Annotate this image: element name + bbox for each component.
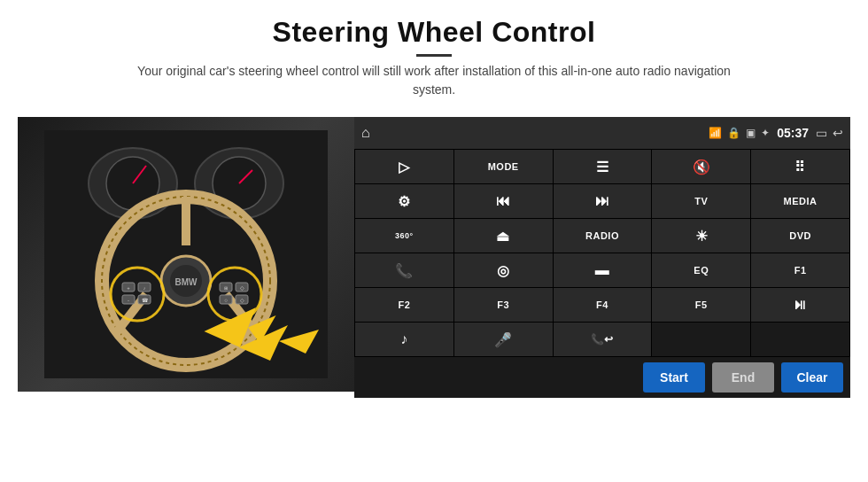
title-section: Steering Wheel Control Your original car… xyxy=(124,16,744,112)
grid-btn-mic[interactable]: 🎤 xyxy=(454,323,553,356)
page-title: Steering Wheel Control xyxy=(124,16,744,49)
grid-btn-dash[interactable]: ▬ xyxy=(554,253,652,287)
grid-btn-call[interactable]: 📞↩ xyxy=(554,323,652,356)
grid-btn-radio[interactable]: RADIO xyxy=(554,219,652,253)
grid-btn-nav[interactable]: ◎ xyxy=(454,253,553,287)
grid-btn-brightness[interactable]: ☀ xyxy=(652,219,750,253)
grid-btn-settings[interactable]: ⚙ xyxy=(355,184,453,218)
grid-btn-navigate[interactable]: ▷ xyxy=(355,150,453,183)
end-button[interactable]: End xyxy=(712,362,774,393)
title-divider xyxy=(416,54,452,57)
status-icons: 📶 🔒 ▣ ✦ xyxy=(709,127,770,139)
grid-btn-prev[interactable]: ⏮ xyxy=(454,184,553,218)
svg-text:BMW: BMW xyxy=(175,277,198,287)
grid-btn-eject[interactable]: ⏏ xyxy=(454,219,553,253)
svg-text:○: ○ xyxy=(224,298,228,303)
bluetooth-icon: ✦ xyxy=(761,127,770,139)
grid-btn-f2[interactable]: F2 xyxy=(355,288,453,322)
svg-text:+: + xyxy=(127,285,130,291)
steering-wheel-svg: BMW + ♪ - ☎ xyxy=(44,130,328,378)
svg-text:-: - xyxy=(128,298,129,303)
grid-btn-empty2 xyxy=(751,323,849,356)
head-unit-panel: ⌂ 📶 🔒 ▣ ✦ 05:37 ▭ ↩ ▷ MODE ☰ xyxy=(354,117,850,398)
svg-text:☎: ☎ xyxy=(142,298,149,303)
button-grid: ▷ MODE ☰ 🔇 ⠿ ⚙ ⏮ ⏭ TV MEDIA 360° ⏏ RADIO… xyxy=(354,149,850,357)
home-icon[interactable]: ⌂ xyxy=(361,125,370,141)
grid-btn-tv[interactable]: TV xyxy=(652,184,750,218)
grid-btn-f3[interactable]: F3 xyxy=(454,288,553,322)
grid-btn-empty1 xyxy=(652,323,750,356)
grid-btn-apps[interactable]: ⠿ xyxy=(751,150,849,183)
clear-button[interactable]: Clear xyxy=(781,362,843,393)
grid-btn-360[interactable]: 360° xyxy=(355,219,453,253)
content-area: BMW + ♪ - ☎ xyxy=(18,117,850,398)
sim-icon: ▣ xyxy=(746,127,756,139)
status-bar: ⌂ 📶 🔒 ▣ ✦ 05:37 ▭ ↩ xyxy=(354,117,850,149)
wifi-icon: 📶 xyxy=(709,127,722,139)
grid-btn-f5[interactable]: F5 xyxy=(652,288,750,322)
grid-btn-eq[interactable]: EQ xyxy=(652,253,750,287)
lock-icon: 🔒 xyxy=(727,127,740,139)
start-button[interactable]: Start xyxy=(643,362,705,393)
back-icon[interactable]: ↩ xyxy=(833,126,843,140)
grid-btn-mode[interactable]: MODE xyxy=(454,150,553,183)
grid-btn-next[interactable]: ⏭ xyxy=(554,184,652,218)
bottom-bar: Start End Clear xyxy=(354,357,850,398)
grid-btn-phone[interactable]: 📞 xyxy=(355,253,453,287)
page-container: Steering Wheel Control Your original car… xyxy=(0,0,868,482)
subtitle: Your original car's steering wheel contr… xyxy=(124,62,744,99)
grid-btn-play-pause[interactable]: ⏯ xyxy=(751,288,849,322)
grid-btn-music[interactable]: ♪ xyxy=(355,323,453,356)
status-right-icons: ▭ ↩ xyxy=(816,126,843,140)
screen-icon: ▭ xyxy=(816,126,827,140)
svg-text:◇: ◇ xyxy=(240,298,244,303)
grid-btn-f4[interactable]: F4 xyxy=(554,288,652,322)
status-time: 05:37 xyxy=(777,126,809,140)
grid-btn-f1[interactable]: F1 xyxy=(751,253,849,287)
grid-btn-mute[interactable]: 🔇 xyxy=(652,150,750,183)
grid-btn-list[interactable]: ☰ xyxy=(554,150,652,183)
svg-text:⊞: ⊞ xyxy=(224,285,228,291)
grid-btn-media[interactable]: MEDIA xyxy=(751,184,849,218)
steering-wheel-image: BMW + ♪ - ☎ xyxy=(18,117,354,392)
steering-wheel-area: BMW + ♪ - ☎ xyxy=(18,117,354,392)
svg-text:◇: ◇ xyxy=(240,285,244,291)
grid-btn-dvd[interactable]: DVD xyxy=(751,219,849,253)
